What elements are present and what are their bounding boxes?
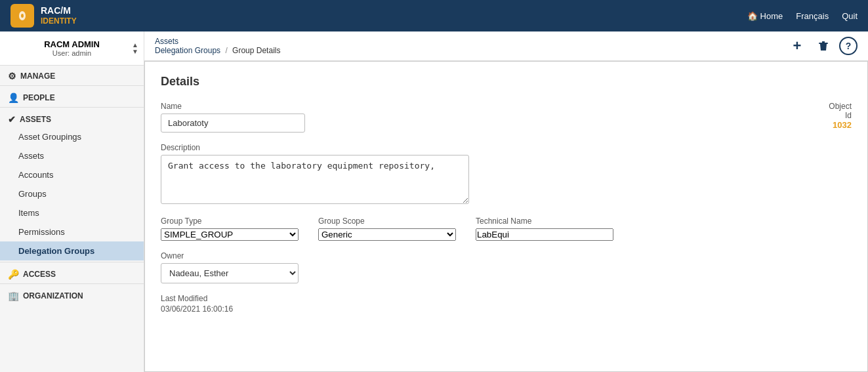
- scroll-down-arrow[interactable]: ▼: [132, 49, 138, 55]
- organization-icon: 🏢: [8, 291, 19, 301]
- people-label: PEOPLE: [23, 93, 55, 102]
- name-field-group: Name: [161, 102, 305, 133]
- main-layout: RACM ADMIN User: admin ▲ ▼ ⚙ MANAGE 👤 PE…: [0, 31, 868, 372]
- form-title: Details: [161, 75, 852, 89]
- delete-button[interactable]: [813, 35, 834, 56]
- organization-label: ORGANIZATION: [23, 291, 83, 300]
- name-label: Name: [161, 102, 305, 111]
- sidebar-item-delegation-groups[interactable]: Delegation Groups: [0, 241, 144, 260]
- breadcrumb-path2: Group Details: [232, 46, 280, 55]
- logo-line1: RAC/M: [41, 5, 77, 16]
- sidebar-item-accounts[interactable]: Accounts: [0, 165, 144, 184]
- inline-fields-row1: Group Type SIMPLE_GROUP COMPOSITE_GROUP …: [161, 217, 852, 241]
- owner-field-group: Owner Nadeau, Esther Other User: [161, 251, 852, 283]
- sidebar-username: RACM ADMIN: [5, 39, 138, 49]
- group-scope-field: Group Scope Generic Specific: [318, 217, 456, 241]
- breadcrumb: Assets Delegation Groups / Group Details: [155, 37, 280, 55]
- group-scope-select[interactable]: Generic Specific: [318, 228, 456, 241]
- sidebar-item-permissions[interactable]: Permissions: [0, 222, 144, 241]
- sidebar-user-info: RACM ADMIN User: admin ▲ ▼: [0, 31, 144, 66]
- svg-point-2: [21, 14, 24, 18]
- name-object-id-row: Name ObjectId 1032: [161, 102, 852, 143]
- technical-name-input[interactable]: [476, 228, 613, 241]
- content-area: Assets Delegation Groups / Group Details…: [144, 31, 868, 372]
- language-link[interactable]: Français: [796, 11, 829, 21]
- breadcrumb-path1: Delegation Groups: [155, 46, 220, 55]
- form-panel: Details Name ObjectId 1032 Description: [144, 61, 868, 372]
- owner-select[interactable]: Nadeau, Esther Other User: [161, 263, 299, 283]
- top-navigation-bar: RAC/M IDENTITY 🏠 Home Français Quit: [0, 0, 868, 31]
- sidebar-item-assets[interactable]: ✔ ASSETS: [0, 109, 144, 127]
- help-button[interactable]: ?: [839, 37, 858, 55]
- technical-name-label: Technical Name: [476, 217, 613, 226]
- home-link[interactable]: 🏠 Home: [747, 11, 783, 21]
- quit-link[interactable]: Quit: [842, 11, 858, 21]
- group-type-select[interactable]: SIMPLE_GROUP COMPOSITE_GROUP: [161, 228, 299, 241]
- manage-icon: ⚙: [8, 71, 16, 81]
- assets-label: ASSETS: [20, 115, 51, 124]
- sidebar-item-manage[interactable]: ⚙ MANAGE: [0, 66, 144, 84]
- sidebar-item-items[interactable]: Items: [0, 203, 144, 222]
- home-icon: 🏠: [747, 11, 758, 21]
- form-container: Details Name ObjectId 1032 Description: [144, 61, 868, 372]
- object-id-value: 1032: [829, 120, 852, 130]
- owner-select-wrap: Nadeau, Esther Other User: [161, 263, 299, 283]
- sidebar-item-assets[interactable]: Assets: [0, 146, 144, 165]
- description-label: Description: [161, 143, 852, 152]
- object-id-label: ObjectId: [829, 102, 852, 120]
- logo-line2: IDENTITY: [41, 16, 77, 26]
- description-textarea[interactable]: [161, 155, 469, 204]
- top-nav-links: 🏠 Home Français Quit: [747, 11, 858, 21]
- sidebar-item-people[interactable]: 👤 PEOPLE: [0, 87, 144, 106]
- action-icons: + ?: [787, 35, 858, 56]
- sidebar-item-groups[interactable]: Groups: [0, 184, 144, 203]
- owner-label: Owner: [161, 251, 852, 260]
- sidebar-item-asset-groupings[interactable]: Asset Groupings: [0, 127, 144, 146]
- group-type-field: Group Type SIMPLE_GROUP COMPOSITE_GROUP: [161, 217, 299, 241]
- last-modified-label: Last Modified: [161, 294, 852, 303]
- svg-rect-3: [819, 43, 828, 44]
- breadcrumb-parent: Assets: [155, 37, 178, 46]
- access-icon: 🔑: [8, 269, 19, 279]
- breadcrumb-separator: /: [225, 46, 227, 55]
- name-input[interactable]: [161, 114, 305, 133]
- people-icon: 👤: [8, 93, 19, 103]
- breadcrumb-bar: Assets Delegation Groups / Group Details…: [144, 31, 868, 61]
- last-modified-block: Last Modified 03/06/2021 16:00:16: [161, 294, 852, 314]
- sidebar-item-organization[interactable]: 🏢 ORGANIZATION: [0, 285, 144, 304]
- sidebar-item-access[interactable]: 🔑 ACCESS: [0, 264, 144, 282]
- add-button[interactable]: +: [787, 35, 808, 56]
- manage-label: MANAGE: [20, 72, 55, 81]
- group-type-label: Group Type: [161, 217, 299, 226]
- scroll-controls: ▲ ▼: [132, 42, 138, 55]
- object-id-block: ObjectId 1032: [829, 102, 852, 130]
- assets-icon: ✔: [8, 114, 16, 125]
- last-modified-value: 03/06/2021 16:00:16: [161, 304, 852, 314]
- logo-icon: [10, 4, 34, 28]
- logo-text: RAC/M IDENTITY: [41, 5, 77, 26]
- description-field-group: Description: [161, 143, 852, 206]
- sidebar-user-sub: User: admin: [5, 49, 138, 57]
- group-scope-label: Group Scope: [318, 217, 456, 226]
- sidebar: RACM ADMIN User: admin ▲ ▼ ⚙ MANAGE 👤 PE…: [0, 31, 144, 372]
- access-label: ACCESS: [23, 270, 56, 279]
- technical-name-field: Technical Name: [476, 217, 613, 241]
- logo-area: RAC/M IDENTITY: [10, 4, 77, 28]
